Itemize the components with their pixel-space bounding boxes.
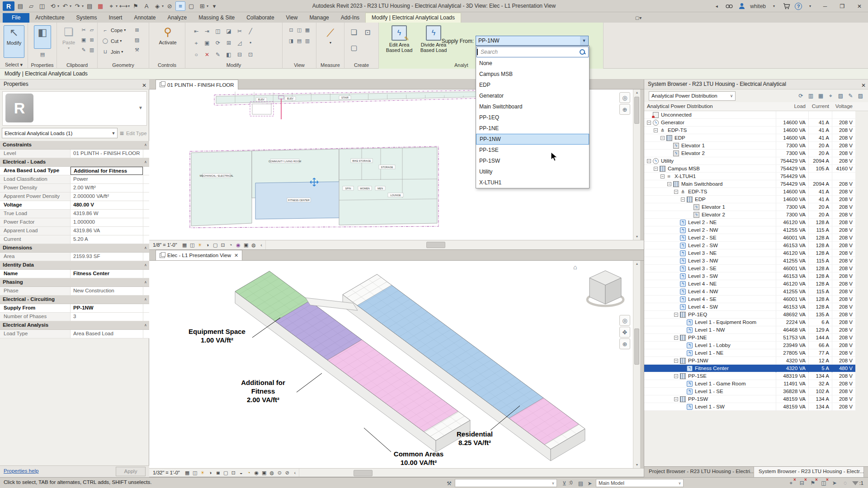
beam-join-icon[interactable]: ⊞ xyxy=(133,26,141,33)
tab-system-browser[interactable]: System Browser - R23 LTU Housing - Elect… xyxy=(754,467,864,478)
worksets-icon[interactable]: ⚒ xyxy=(445,479,453,487)
temporary-hide-isolate-icon[interactable]: ◔ xyxy=(245,469,253,477)
view-resize-icon[interactable]: ⊡ xyxy=(287,26,295,33)
collapse-node-icon[interactable]: − xyxy=(667,182,671,186)
property-value[interactable]: Area Based Load xyxy=(71,330,143,338)
view2-horizontal-scrollbar[interactable] xyxy=(299,469,644,477)
ribbon-tab-view[interactable]: View xyxy=(280,13,304,23)
collapse-group-icon[interactable]: ∧ xyxy=(142,158,149,166)
property-value[interactable]: Additional for Fitness xyxy=(71,167,143,175)
tree-row-edp[interactable]: −EDP14600 VA41 A208 V xyxy=(644,134,855,142)
tree-row-generator[interactable]: −ϟGenerator14600 VA41 A208 V xyxy=(644,119,855,127)
measure-icon[interactable]: ⌖ xyxy=(106,1,116,11)
wall-opening-icon[interactable]: ⊡ xyxy=(245,49,256,61)
demolish-icon[interactable]: ⊟ xyxy=(234,49,245,61)
mirror-pick-axis-icon[interactable]: ◫ xyxy=(212,25,223,37)
shadows-icon[interactable]: ◑ xyxy=(207,469,214,477)
view2-scale-button[interactable]: 1/32" = 1'-0" xyxy=(149,470,184,475)
temporary-view-properties-icon[interactable]: ▣ xyxy=(260,469,268,477)
highlight-displacement-icon[interactable]: ⊙ xyxy=(276,469,283,477)
panel-label-modify[interactable]: Modify xyxy=(185,62,282,68)
visual-style-icon[interactable]: ◫ xyxy=(191,469,199,477)
tree-row-x-ltuh1[interactable]: −≡X-LTUH1754429 VA xyxy=(644,173,855,180)
tree-row-pp-1se[interactable]: −PP-1SE48319 VA134 A208 V xyxy=(644,372,855,380)
property-group-electrical-loads[interactable]: Electrical - Loads∧ xyxy=(0,158,149,167)
tree-row-level-1-lobby[interactable]: ↰Level 1 - Lobby23949 VA66 A208 V xyxy=(644,342,855,349)
select-pinned-elements-toggle[interactable]: ⚑ xyxy=(809,479,817,487)
ribbon-display-toggle-icon[interactable]: ▢▾ xyxy=(632,14,644,22)
tree-row-pp-1sw[interactable]: −PP-1SW48159 VA134 A208 V xyxy=(644,395,855,403)
undo-icon[interactable]: ↶ xyxy=(60,1,70,11)
offset-icon[interactable]: ⇥ xyxy=(202,25,212,37)
tree-row-edp[interactable]: −EDP14600 VA41 A208 V xyxy=(644,196,855,203)
save-icon[interactable]: ◫ xyxy=(37,1,47,11)
properties-palette-toggle[interactable]: ◧ xyxy=(34,25,51,49)
collapse-group-icon[interactable]: ∧ xyxy=(142,261,149,269)
tree-row-level-4-sw[interactable]: ↰Level 4 - SW46153 VA128 A208 V xyxy=(644,303,855,311)
property-value[interactable]: 4319.86 W xyxy=(71,210,143,218)
aligned-dimension-icon[interactable]: ⟷ xyxy=(118,1,128,11)
dropdown-option-campus-msb[interactable]: Campus MSB xyxy=(476,69,589,80)
collapse-group-icon[interactable]: ∧ xyxy=(142,296,149,304)
collapse-group-icon[interactable]: ∧ xyxy=(142,244,149,252)
ribbon-tab-systems[interactable]: Systems xyxy=(70,13,103,23)
switch-windows-icon[interactable]: ⊞ xyxy=(197,1,207,11)
view-linework-icon[interactable]: ▤ xyxy=(295,37,303,44)
collapse-node-icon[interactable]: − xyxy=(660,136,665,140)
array-icon[interactable]: ⊞ xyxy=(223,37,234,49)
full-navigation-wheel-icon[interactable]: ◎ xyxy=(619,315,630,326)
create-group-icon[interactable]: ❏ xyxy=(348,26,360,38)
reset-temporary-override-icon[interactable]: ◌ xyxy=(841,479,849,487)
tree-row-level-1-se[interactable]: ↰Level 1 - SE36828 VA102 A208 V xyxy=(644,388,855,395)
property-group-phasing[interactable]: Phasing∧ xyxy=(0,278,149,287)
collapse-group-icon[interactable]: ∧ xyxy=(142,141,149,149)
panel-label-clipboard[interactable]: Clipboard xyxy=(57,62,97,68)
dropdown-option-generator[interactable]: Generator xyxy=(476,90,589,101)
tree-row-level-2-ne[interactable]: ↰Level 2 - NE46120 VA128 A208 V xyxy=(644,219,855,226)
collapse-node-icon[interactable]: − xyxy=(674,374,678,378)
show-analytical-model-icon[interactable]: ◍ xyxy=(268,469,276,477)
panel-label-controls[interactable]: Controls xyxy=(149,62,185,68)
crop-view-icon[interactable]: ▢ xyxy=(212,241,219,249)
panel-label-select[interactable]: Select ▾ xyxy=(0,62,28,68)
collapse-node-icon[interactable]: − xyxy=(660,174,665,178)
view1-scale-button[interactable]: 1/8" = 1'-0" xyxy=(149,242,181,248)
supply-from-combobox[interactable]: PP-1NW ▼ xyxy=(476,36,589,46)
trim-extend-icon[interactable]: ╱ xyxy=(245,25,256,37)
thin-lines-icon[interactable]: ≡ xyxy=(175,1,185,11)
close-inactive-icon[interactable]: ▢ xyxy=(186,1,196,11)
ribbon-tab-manage[interactable]: Manage xyxy=(303,13,335,23)
collapse-node-icon[interactable]: − xyxy=(674,190,678,194)
signed-in-user[interactable]: whiteb xyxy=(750,3,766,9)
property-value[interactable]: 2.00 W/ft² xyxy=(71,184,143,192)
tree-row-unconnected[interactable]: Unconnected xyxy=(644,111,855,119)
design-option-select[interactable]: Main Model∨ xyxy=(596,479,684,487)
tree-row-elevator-1[interactable]: ϟElevator 17300 VA20 A208 V xyxy=(644,142,855,150)
view2-vertical-scrollbar[interactable]: ▲ ▼ xyxy=(633,261,640,468)
add-transfer-switch-icon[interactable]: ⌖ xyxy=(826,92,835,100)
column-header-voltage[interactable]: Voltage xyxy=(832,102,855,111)
tree-row-main-switchboard[interactable]: −Main Switchboard754429 VA2094 A208 V xyxy=(644,180,855,188)
user-menu-caret-icon[interactable]: ▾ xyxy=(769,2,778,11)
type-properties-icon[interactable]: ▤ xyxy=(38,51,47,58)
ribbon-tab-modify-electrical-analytical-loads[interactable]: Modify | Electrical Analytical Loads xyxy=(365,13,461,23)
collapse-icon[interactable]: ‹ xyxy=(258,241,265,249)
show-analytical-model-icon[interactable]: ◍ xyxy=(250,241,258,249)
column-settings-icon[interactable]: ▨ xyxy=(856,92,865,100)
undo-icon-caret[interactable]: ▾ xyxy=(70,4,71,8)
restore-button[interactable]: ❐ xyxy=(835,1,849,11)
property-group-electrical-analysis[interactable]: Electrical Analysis∧ xyxy=(0,321,149,330)
show-crop-region-icon[interactable]: ⊡ xyxy=(219,241,227,249)
tree-row-level-3-sw[interactable]: ↰Level 3 - SW46153 VA128 A208 V xyxy=(644,272,855,280)
collapse-node-icon[interactable]: − xyxy=(654,167,658,171)
print-icon[interactable]: ▤ xyxy=(85,1,94,11)
create-assembly-icon[interactable]: ▢ xyxy=(348,42,360,53)
copy-icon[interactable]: ▣ xyxy=(202,37,212,49)
pin-icon[interactable]: • xyxy=(245,37,256,49)
property-value[interactable]: 5.20 A xyxy=(71,235,143,244)
collapse-node-icon[interactable]: − xyxy=(654,128,658,132)
dropdown-option-pp-1sw[interactable]: PP-1SW xyxy=(476,155,589,166)
dropdown-option-pp-1se[interactable]: PP-1SE xyxy=(476,145,589,155)
dropdown-option-edp[interactable]: EDP xyxy=(476,80,589,90)
collapse-search-icon[interactable]: ◂ xyxy=(712,2,721,11)
